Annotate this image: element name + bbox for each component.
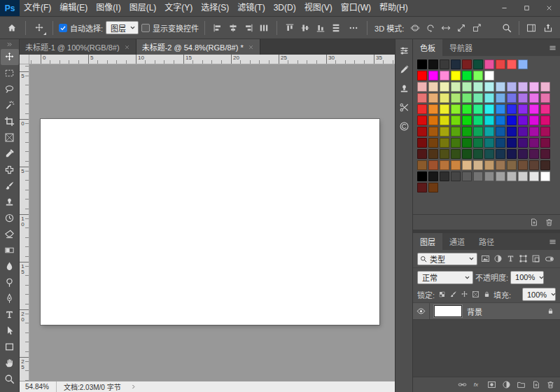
color-swatch[interactable] xyxy=(417,115,427,125)
color-swatch[interactable] xyxy=(518,115,528,125)
color-swatch[interactable] xyxy=(473,59,483,69)
brush-settings-panel-button[interactable] xyxy=(396,62,412,77)
tab-close-button[interactable] xyxy=(248,44,254,50)
menu-item-4[interactable]: 图层(L) xyxy=(125,0,161,16)
color-swatch[interactable] xyxy=(417,104,427,114)
layer-effects-button[interactable]: fx xyxy=(471,379,482,391)
align-right-button[interactable] xyxy=(241,21,255,35)
color-swatch[interactable] xyxy=(428,172,438,181)
color-swatch[interactable] xyxy=(473,127,483,136)
menu-item-6[interactable]: 选择(S) xyxy=(197,0,233,16)
delete-layer-button[interactable] xyxy=(545,379,556,391)
color-swatch[interactable] xyxy=(440,93,449,103)
color-swatch[interactable] xyxy=(417,82,427,92)
color-swatch[interactable] xyxy=(529,172,539,181)
lock-artboard-button[interactable] xyxy=(470,289,480,300)
link-layers-button[interactable] xyxy=(456,379,468,391)
color-swatch[interactable] xyxy=(496,82,505,92)
color-swatch[interactable] xyxy=(428,59,438,69)
color-swatch[interactable] xyxy=(473,172,483,181)
crop-tool[interactable] xyxy=(1,113,19,130)
color-swatch[interactable] xyxy=(451,172,461,181)
brush-tool[interactable] xyxy=(1,178,19,194)
color-swatch[interactable] xyxy=(451,71,461,80)
layer-filter-toggle[interactable] xyxy=(543,253,556,265)
lock-all-button[interactable] xyxy=(482,289,491,300)
color-swatch[interactable] xyxy=(529,138,539,148)
tab-paths[interactable]: 路径 xyxy=(472,233,501,250)
color-swatch[interactable] xyxy=(417,183,427,192)
layers-panel-menu-button[interactable] xyxy=(545,233,560,250)
search-button[interactable] xyxy=(499,20,514,36)
tool-preset-button[interactable] xyxy=(31,20,47,36)
color-swatch[interactable] xyxy=(417,59,427,69)
color-swatch[interactable] xyxy=(428,71,438,80)
color-swatch[interactable] xyxy=(529,160,539,170)
color-swatch[interactable] xyxy=(484,59,494,69)
new-group-button[interactable] xyxy=(515,379,526,391)
filter-pixel-filter-button[interactable] xyxy=(479,253,491,265)
align-bottom-button[interactable] xyxy=(314,21,328,35)
auto-select-checkbox[interactable]: 自动选择: xyxy=(59,22,103,34)
color-swatch[interactable] xyxy=(428,115,438,125)
color-swatch[interactable] xyxy=(484,115,494,125)
add-mask-button[interactable] xyxy=(486,379,497,391)
path-select-tool[interactable] xyxy=(1,323,19,339)
color-swatch[interactable] xyxy=(496,93,505,103)
distribute-v-button[interactable] xyxy=(329,21,343,35)
color-swatch[interactable] xyxy=(529,93,539,103)
auto-select-target-dropdown[interactable]: 图层 xyxy=(106,21,139,34)
color-swatch[interactable] xyxy=(462,59,472,69)
color-swatch[interactable] xyxy=(518,93,528,103)
filter-type-filter-button[interactable] xyxy=(505,253,516,265)
pen-tool[interactable] xyxy=(1,290,19,307)
color-swatch[interactable] xyxy=(440,160,449,170)
color-swatch[interactable] xyxy=(518,82,528,92)
color-swatch[interactable] xyxy=(473,160,483,170)
color-swatch[interactable] xyxy=(440,149,449,159)
color-swatch[interactable] xyxy=(518,104,528,114)
color-swatch[interactable] xyxy=(440,71,449,80)
color-swatch[interactable] xyxy=(462,104,472,114)
status-options-button[interactable] xyxy=(128,382,139,392)
stamp-tool[interactable] xyxy=(1,194,19,210)
color-swatch[interactable] xyxy=(484,127,494,136)
color-swatch[interactable] xyxy=(518,138,528,148)
color-swatch[interactable] xyxy=(529,149,539,159)
gradient-tool[interactable] xyxy=(1,242,19,258)
distribute-h-button[interactable] xyxy=(257,21,271,35)
properties-panel-button[interactable] xyxy=(396,43,412,58)
color-swatch[interactable] xyxy=(473,149,483,159)
color-swatch[interactable] xyxy=(518,172,528,181)
swatches-panel-menu-button[interactable] xyxy=(545,39,560,56)
color-swatch[interactable] xyxy=(484,149,494,159)
history-brush-tool[interactable] xyxy=(1,210,19,226)
3d-slide-button[interactable] xyxy=(454,21,468,35)
color-swatch[interactable] xyxy=(540,127,550,136)
color-swatch[interactable] xyxy=(473,71,483,80)
color-swatch[interactable] xyxy=(451,82,461,92)
blend-mode-dropdown[interactable]: 正常 xyxy=(417,271,473,284)
canvas-document[interactable] xyxy=(41,119,379,325)
color-swatch[interactable] xyxy=(518,149,528,159)
color-swatch[interactable] xyxy=(484,172,494,181)
color-swatch[interactable] xyxy=(428,104,438,114)
color-swatch[interactable] xyxy=(440,127,449,136)
lock-transparent-button[interactable] xyxy=(437,289,447,300)
color-swatch[interactable] xyxy=(462,115,472,125)
wand-tool[interactable] xyxy=(1,97,19,113)
color-swatch[interactable] xyxy=(540,82,550,92)
color-swatch[interactable] xyxy=(440,115,449,125)
show-transform-checkbox[interactable]: 显示变换控件 xyxy=(141,22,199,34)
color-swatch[interactable] xyxy=(417,71,427,80)
frame-tool[interactable] xyxy=(1,130,19,146)
color-swatch[interactable] xyxy=(496,160,505,170)
new-adjustment-button[interactable] xyxy=(500,379,512,391)
color-swatch[interactable] xyxy=(529,115,539,125)
opacity-dropdown[interactable]: 100% xyxy=(510,271,544,284)
color-swatch[interactable] xyxy=(473,93,483,103)
document-tab-2[interactable]: 未标题-2 @ 54.8%(RGB/8#) * xyxy=(136,39,260,55)
color-swatch[interactable] xyxy=(473,82,483,92)
pasteboard[interactable] xyxy=(29,64,395,381)
lock-pixels-button[interactable] xyxy=(448,289,458,300)
